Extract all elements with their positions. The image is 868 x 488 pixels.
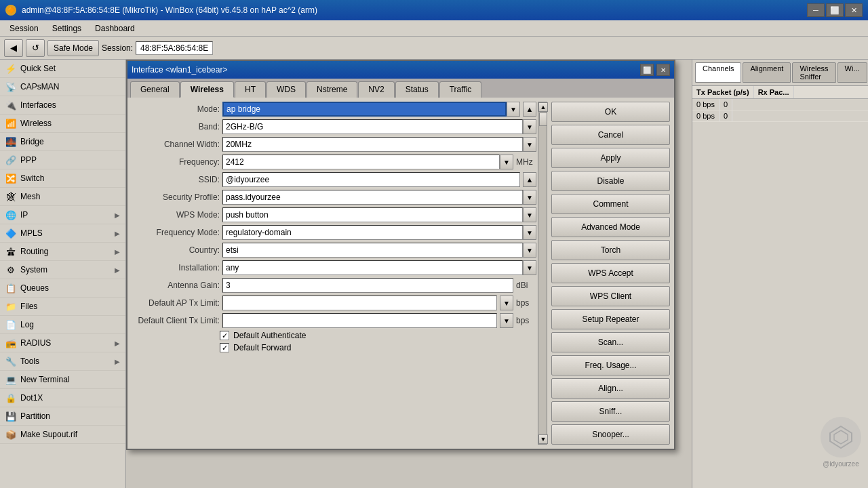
sidebar-item-files[interactable]: 📁 Files bbox=[0, 298, 125, 316]
security-profile-dropdown-btn[interactable]: ▼ bbox=[523, 190, 536, 205]
back-button[interactable]: ◀ bbox=[4, 39, 23, 57]
scan-button[interactable]: Scan... bbox=[551, 332, 670, 352]
country-input[interactable] bbox=[222, 243, 523, 258]
dialog-close-button[interactable]: ✕ bbox=[656, 64, 670, 76]
security-profile-label: Security Profile: bbox=[132, 192, 220, 202]
frequency-row: Frequency: ▼ MHz bbox=[132, 155, 536, 169]
tab-ht[interactable]: HT bbox=[235, 81, 266, 98]
tab-traffic[interactable]: Traffic bbox=[439, 81, 482, 98]
comment-button[interactable]: Comment bbox=[551, 194, 670, 214]
safe-mode-button[interactable]: Safe Mode bbox=[47, 40, 99, 56]
frequency-dropdown-btn[interactable]: ▼ bbox=[500, 155, 513, 169]
installation-dropdown-btn[interactable]: ▼ bbox=[523, 260, 536, 275]
align-button[interactable]: Align... bbox=[551, 378, 670, 399]
default-forward-checkbox[interactable]: ✓ bbox=[220, 343, 229, 352]
sidebar-item-partition[interactable]: 💾 Partition bbox=[0, 407, 125, 426]
scroll-up-btn[interactable]: ▲ bbox=[538, 102, 548, 112]
client-tx-limit-input[interactable] bbox=[222, 313, 497, 328]
client-tx-limit-dropdown-btn[interactable]: ▼ bbox=[500, 313, 513, 328]
sidebar-item-tools[interactable]: 🔧 Tools ▶ bbox=[0, 352, 125, 371]
tab-wireless-sniffer[interactable]: Wireless Sniffer bbox=[792, 62, 835, 83]
snooper-button[interactable]: Snooper... bbox=[551, 424, 670, 445]
sidebar-item-switch[interactable]: 🔀 Switch bbox=[0, 169, 125, 188]
tab-nstreme[interactable]: Nstreme bbox=[307, 81, 357, 98]
sidebar-item-make-supout[interactable]: 📦 Make Supout.rif bbox=[0, 426, 125, 444]
close-button[interactable]: ✕ bbox=[845, 3, 863, 17]
maximize-button[interactable]: ⬜ bbox=[826, 3, 844, 17]
partition-icon: 💾 bbox=[5, 411, 16, 422]
tab-wi[interactable]: Wi... bbox=[837, 62, 867, 83]
mode-input[interactable] bbox=[222, 102, 507, 117]
ap-tx-limit-dropdown-btn[interactable]: ▼ bbox=[500, 296, 513, 310]
frequency-input[interactable] bbox=[222, 155, 500, 169]
default-authenticate-checkbox[interactable]: ✓ bbox=[220, 331, 229, 340]
sidebar-item-mesh[interactable]: 🕸 Mesh bbox=[0, 188, 125, 206]
torch-button[interactable]: Torch bbox=[551, 240, 670, 260]
ssid-up-btn[interactable]: ▲ bbox=[523, 172, 536, 187]
dialog-restore-button[interactable]: ⬜ bbox=[640, 64, 654, 76]
wps-accept-button[interactable]: WPS Accept bbox=[551, 263, 670, 283]
tab-general[interactable]: General bbox=[130, 81, 180, 98]
sidebar-item-interfaces[interactable]: 🔌 Interfaces bbox=[0, 96, 125, 115]
apply-button[interactable]: Apply bbox=[551, 148, 670, 168]
sidebar-item-bridge[interactable]: 🌉 Bridge bbox=[0, 133, 125, 151]
tab-wireless[interactable]: Wireless bbox=[180, 81, 234, 98]
ok-button[interactable]: OK bbox=[551, 102, 670, 122]
frequency-mode-dropdown-btn[interactable]: ▼ bbox=[523, 225, 536, 240]
wps-client-button[interactable]: WPS Client bbox=[551, 286, 670, 306]
sniff-button[interactable]: Sniff... bbox=[551, 401, 670, 422]
client-tx-limit-label: Default Client Tx Limit: bbox=[132, 316, 220, 325]
refresh-button[interactable]: ↺ bbox=[26, 39, 45, 57]
antenna-gain-input[interactable] bbox=[222, 278, 513, 293]
tab-alignment[interactable]: Alignment bbox=[743, 62, 791, 83]
tab-status[interactable]: Status bbox=[395, 81, 439, 98]
sidebar-item-ip[interactable]: 🌐 IP ▶ bbox=[0, 206, 125, 224]
security-profile-input[interactable] bbox=[222, 190, 523, 205]
sidebar-item-mpls[interactable]: 🔷 MPLS ▶ bbox=[0, 224, 125, 243]
menu-session[interactable]: Session bbox=[3, 22, 45, 35]
disable-button[interactable]: Disable bbox=[551, 171, 670, 191]
tab-nv2[interactable]: NV2 bbox=[358, 81, 394, 98]
scroll-thumb[interactable] bbox=[539, 113, 547, 126]
mode-dropdown-btn[interactable]: ▼ bbox=[507, 102, 520, 117]
sidebar-item-dot1x[interactable]: 🔒 Dot1X bbox=[0, 389, 125, 407]
band-input[interactable] bbox=[222, 119, 523, 134]
tab-wds[interactable]: WDS bbox=[267, 81, 306, 98]
sidebar-item-routing[interactable]: 🛣 Routing ▶ bbox=[0, 243, 125, 261]
wps-mode-input[interactable] bbox=[222, 207, 523, 222]
minimize-button[interactable]: ─ bbox=[807, 3, 825, 17]
sidebar-item-ppp[interactable]: 🔗 PPP bbox=[0, 151, 125, 169]
ssid-input[interactable] bbox=[222, 172, 520, 187]
installation-input[interactable] bbox=[222, 260, 523, 275]
wps-mode-dropdown-btn[interactable]: ▼ bbox=[523, 207, 536, 222]
window-controls: ─ ⬜ ✕ bbox=[807, 3, 863, 17]
channel-width-input[interactable] bbox=[222, 137, 523, 152]
band-dropdown-btn[interactable]: ▼ bbox=[523, 119, 536, 134]
freq-usage-button[interactable]: Freq. Usage... bbox=[551, 355, 670, 375]
sidebar-label-interfaces: Interfaces bbox=[20, 100, 56, 110]
title-bar: 🔶 admin@48:8F:5A:86:54:8E (MikroTik) - W… bbox=[0, 0, 868, 20]
sidebar-item-queues[interactable]: 📋 Queues bbox=[0, 279, 125, 298]
setup-repeater-button[interactable]: Setup Repeater bbox=[551, 309, 670, 329]
default-forward-row: ✓ Default Forward bbox=[132, 343, 536, 352]
country-row: Country: ▼ bbox=[132, 243, 536, 258]
cancel-button[interactable]: Cancel bbox=[551, 125, 670, 145]
country-dropdown-btn[interactable]: ▼ bbox=[523, 243, 536, 258]
sidebar-item-radius[interactable]: 📻 RADIUS ▶ bbox=[0, 334, 125, 352]
tab-channels[interactable]: Channels bbox=[695, 62, 741, 83]
sidebar-item-log[interactable]: 📄 Log bbox=[0, 316, 125, 334]
sidebar-item-wireless[interactable]: 📶 Wireless bbox=[0, 115, 125, 133]
channel-width-dropdown-btn[interactable]: ▼ bbox=[523, 137, 536, 152]
sidebar-item-quick-set[interactable]: ⚡ Quick Set bbox=[0, 60, 125, 78]
sidebar-item-capsman[interactable]: 📡 CAPsMAN bbox=[0, 78, 125, 96]
ap-tx-limit-input[interactable] bbox=[222, 296, 497, 310]
menu-settings[interactable]: Settings bbox=[45, 22, 88, 35]
scroll-down-btn[interactable]: ▼ bbox=[538, 434, 548, 444]
menu-dashboard[interactable]: Dashboard bbox=[88, 22, 142, 35]
sidebar-item-system[interactable]: ⚙ System ▶ bbox=[0, 261, 125, 279]
mode-up-btn[interactable]: ▲ bbox=[523, 102, 536, 117]
advanced-mode-button[interactable]: Advanced Mode bbox=[551, 217, 670, 237]
frequency-mode-input[interactable] bbox=[222, 225, 523, 240]
sidebar-item-new-terminal[interactable]: 💻 New Terminal bbox=[0, 371, 125, 389]
queues-icon: 📋 bbox=[5, 283, 16, 293]
